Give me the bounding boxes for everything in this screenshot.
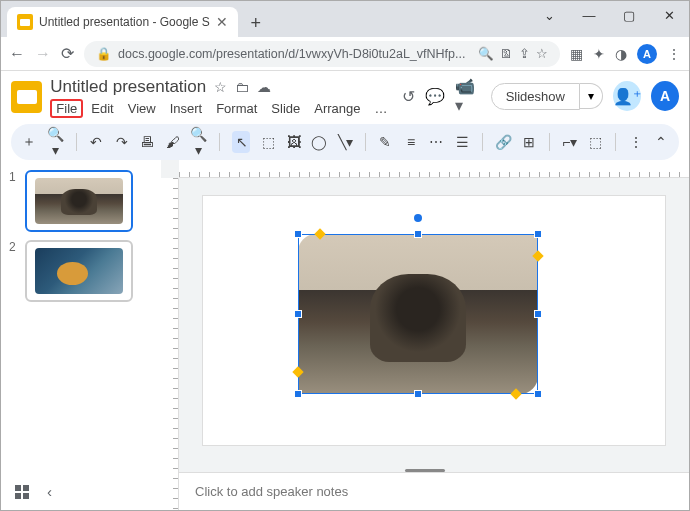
slide-thumbnail[interactable]: 2 bbox=[9, 240, 153, 302]
undo-button[interactable]: ↶ bbox=[88, 134, 104, 150]
forward-button[interactable]: → bbox=[35, 45, 51, 63]
menu-bar: File Edit View Insert Format Slide Arran… bbox=[50, 99, 393, 118]
menu-edit[interactable]: Edit bbox=[85, 99, 119, 118]
shape-tool[interactable]: ◯ bbox=[311, 134, 327, 150]
browser-address-bar: ← → ⟳ 🔒 docs.google.com/presentation/d/1… bbox=[1, 37, 689, 71]
menu-more[interactable]: … bbox=[369, 99, 394, 118]
move-folder-icon[interactable]: 🗀 bbox=[235, 79, 249, 95]
extension-b-icon[interactable]: ◑ bbox=[615, 46, 627, 62]
chevron-down-icon[interactable]: ⌄ bbox=[535, 5, 563, 25]
lock-icon: 🔒 bbox=[96, 46, 112, 61]
border-weight-button[interactable]: ≡ bbox=[403, 134, 419, 150]
account-avatar[interactable]: A bbox=[651, 81, 679, 111]
browser-profile-avatar[interactable]: A bbox=[637, 44, 657, 64]
extensions-icon[interactable]: ✦ bbox=[593, 46, 605, 62]
browser-menu-icon[interactable]: ⋮ bbox=[667, 46, 681, 62]
resize-handle-bl[interactable] bbox=[294, 390, 302, 398]
more-tools-icon[interactable]: ⋮ bbox=[628, 134, 644, 150]
border-dash-button[interactable]: ⋯ bbox=[429, 134, 445, 150]
selected-image[interactable] bbox=[298, 234, 538, 394]
browser-tab[interactable]: Untitled presentation - Google S ✕ bbox=[7, 7, 238, 37]
bookmark-icon[interactable]: ☆ bbox=[536, 46, 548, 61]
image-content bbox=[298, 234, 538, 394]
slides-favicon-icon bbox=[17, 14, 33, 30]
menu-slide[interactable]: Slide bbox=[265, 99, 306, 118]
slideshow-button[interactable]: Slideshow bbox=[491, 83, 580, 110]
menu-file[interactable]: File bbox=[50, 99, 83, 118]
collapse-toolbar-button[interactable]: ⌃ bbox=[653, 134, 669, 150]
window-close-icon[interactable]: ✕ bbox=[655, 5, 683, 25]
search-in-page-icon[interactable]: 🔍 bbox=[478, 46, 494, 61]
textbox-tool[interactable]: ⬚ bbox=[260, 134, 276, 150]
previous-slide-button[interactable]: ‹ bbox=[47, 483, 52, 500]
window-minimize-icon[interactable]: ― bbox=[575, 5, 603, 25]
slide-thumbnail[interactable]: 1 bbox=[9, 170, 153, 232]
slideshow-dropdown[interactable]: ▾ bbox=[580, 83, 603, 109]
toolbar: ＋ 🔍▾ ↶ ↷ 🖶 🖌 🔍▾ ↖ ⬚ 🖼 ◯ ╲▾ ✎ ≡ ⋯ ☰ 🔗 ⊞ ⌐… bbox=[11, 124, 679, 160]
thumbnail-image bbox=[35, 178, 123, 224]
select-tool[interactable]: ↖ bbox=[232, 131, 250, 153]
slide-canvas[interactable] bbox=[203, 196, 665, 445]
history-icon[interactable]: ↺ bbox=[402, 87, 415, 106]
back-button[interactable]: ← bbox=[9, 45, 25, 63]
window-maximize-icon[interactable]: ▢ bbox=[615, 5, 643, 25]
meet-icon[interactable]: 📹▾ bbox=[455, 77, 481, 115]
horizontal-ruler bbox=[179, 160, 689, 178]
comments-icon[interactable]: 💬 bbox=[425, 87, 445, 106]
reload-button[interactable]: ⟳ bbox=[61, 44, 74, 63]
slide-number: 2 bbox=[9, 240, 19, 254]
url-field[interactable]: 🔒 docs.google.com/presentation/d/1vwxyVh… bbox=[84, 41, 560, 67]
zoom-button[interactable]: 🔍▾ bbox=[190, 126, 207, 158]
resize-handle-tr[interactable] bbox=[534, 230, 542, 238]
url-text: docs.google.com/presentation/d/1vwxyVh-D… bbox=[118, 47, 465, 61]
resize-handle-ml[interactable] bbox=[294, 310, 302, 318]
explore-grid-icon[interactable] bbox=[15, 485, 29, 499]
resize-handle-tl[interactable] bbox=[294, 230, 302, 238]
comment-button[interactable]: ⊞ bbox=[522, 134, 538, 150]
format-options-button[interactable]: ☰ bbox=[454, 134, 470, 150]
translate-icon[interactable]: 🖻 bbox=[500, 47, 513, 61]
tab-close-icon[interactable]: ✕ bbox=[216, 14, 228, 30]
crop-button[interactable]: ⌐▾ bbox=[562, 134, 578, 150]
image-tool[interactable]: 🖼 bbox=[286, 134, 302, 150]
speaker-notes-placeholder: Click to add speaker notes bbox=[195, 484, 348, 499]
slide-thumbnail-panel: 1 2 bbox=[1, 160, 161, 510]
speaker-notes[interactable]: Click to add speaker notes bbox=[179, 472, 689, 510]
mask-button[interactable]: ⬚ bbox=[588, 134, 604, 150]
menu-view[interactable]: View bbox=[122, 99, 162, 118]
search-menu-button[interactable]: 🔍▾ bbox=[47, 126, 64, 158]
resize-handle-bm[interactable] bbox=[414, 390, 422, 398]
new-tab-button[interactable]: + bbox=[242, 9, 270, 37]
document-title[interactable]: Untitled presentation bbox=[50, 77, 206, 97]
thumbnail-image bbox=[35, 248, 123, 294]
vertical-ruler bbox=[161, 178, 179, 510]
share-button[interactable]: 👤⁺ bbox=[613, 81, 641, 111]
star-icon[interactable]: ☆ bbox=[214, 79, 227, 95]
resize-handle-br[interactable] bbox=[534, 390, 542, 398]
slides-logo-icon[interactable] bbox=[11, 81, 42, 113]
share-url-icon[interactable]: ⇪ bbox=[519, 46, 530, 61]
slide-number: 1 bbox=[9, 170, 19, 184]
menu-arrange[interactable]: Arrange bbox=[308, 99, 366, 118]
menu-format[interactable]: Format bbox=[210, 99, 263, 118]
rotation-handle[interactable] bbox=[414, 214, 422, 222]
tab-title: Untitled presentation - Google S bbox=[39, 15, 210, 29]
redo-button[interactable]: ↷ bbox=[114, 134, 130, 150]
border-color-button[interactable]: ✎ bbox=[378, 134, 394, 150]
paint-format-button[interactable]: 🖌 bbox=[165, 134, 181, 150]
print-button[interactable]: 🖶 bbox=[139, 134, 155, 150]
canvas-area: Click to add speaker notes bbox=[161, 160, 689, 510]
resize-handle-mr[interactable] bbox=[534, 310, 542, 318]
resize-handle-tm[interactable] bbox=[414, 230, 422, 238]
link-button[interactable]: 🔗 bbox=[495, 134, 512, 150]
cloud-status-icon: ☁ bbox=[257, 79, 271, 95]
menu-insert[interactable]: Insert bbox=[164, 99, 209, 118]
extension-a-icon[interactable]: ▦ bbox=[570, 46, 583, 62]
new-slide-button[interactable]: ＋ bbox=[21, 133, 37, 151]
line-tool[interactable]: ╲▾ bbox=[337, 134, 353, 150]
